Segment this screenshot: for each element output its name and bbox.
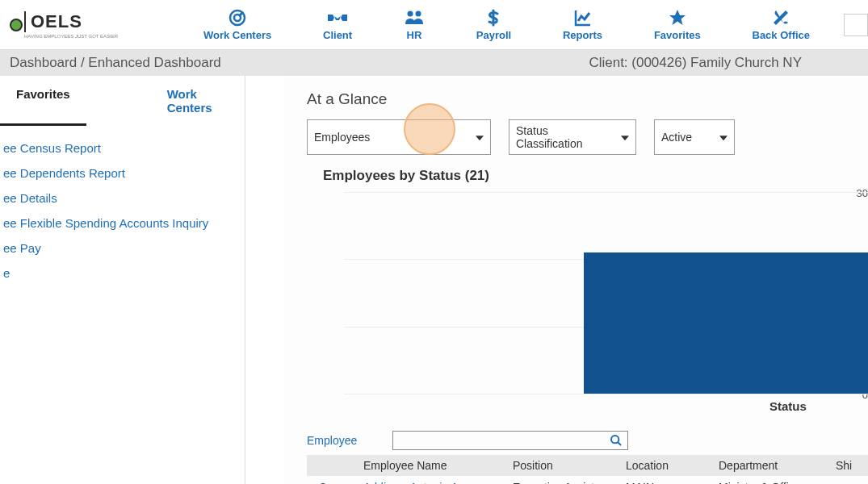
tab-favorites[interactable]: Favorites	[0, 76, 86, 126]
sidebar-link[interactable]: ee Details	[0, 186, 245, 211]
logo-subtitle: HAVING EMPLOYEES JUST GOT EASIER	[24, 34, 118, 39]
breadcrumb-bar: Dashboard / Enhanced Dashboard Client: (…	[0, 50, 868, 76]
chart-icon	[573, 8, 593, 27]
chart-bar[interactable]	[584, 252, 868, 394]
cell-name[interactable]: Addison, Antonia A	[339, 481, 513, 484]
grid-line	[344, 192, 868, 193]
cell-position: Executive Assista…	[513, 481, 626, 484]
nav-back-office[interactable]: Back Office	[753, 8, 811, 41]
nav-favorites[interactable]: Favorites	[654, 8, 701, 41]
nav-label: Reports	[563, 29, 602, 41]
sidebar-link[interactable]: ee Dependents Report	[0, 161, 245, 186]
col-header-name[interactable]: Employee Name	[339, 459, 513, 472]
nav-reports[interactable]: Reports	[563, 8, 602, 41]
target-icon	[228, 8, 247, 27]
sidebar-tabs: Favorites Work Centers	[0, 76, 245, 126]
status-dot-cell	[307, 481, 339, 484]
tools-icon	[771, 8, 790, 27]
star-icon	[668, 8, 687, 27]
client-label: Client: (000426) Family Church NY	[589, 55, 802, 71]
dollar-icon	[484, 8, 503, 27]
search-icon	[610, 434, 623, 447]
sidebar-link[interactable]: ee Census Report	[0, 136, 245, 161]
logo-circle-icon	[10, 19, 23, 31]
nav-label: Client	[323, 29, 352, 41]
col-header-department[interactable]: Department	[719, 459, 836, 472]
col-header-location[interactable]: Location	[626, 459, 719, 472]
sidebar-links: ee Census Report ee Dependents Report ee…	[0, 126, 245, 286]
employee-filter-row: Employee	[307, 431, 868, 450]
svg-point-2	[407, 11, 413, 17]
filter-employees-select[interactable]: Employees	[307, 119, 491, 155]
cell-location: MAIN	[626, 481, 719, 484]
cell-department: Ministry & Office …	[719, 481, 836, 484]
nav-work-centers[interactable]: Work Centers	[203, 8, 271, 41]
svg-point-4	[611, 436, 619, 443]
nav-label: Back Office	[753, 29, 811, 41]
employee-filter-label[interactable]: Employee	[307, 434, 357, 447]
employee-search-input[interactable]	[392, 431, 628, 450]
nav-label: Work Centers	[203, 29, 271, 41]
col-header-position[interactable]: Position	[513, 459, 626, 472]
global-search-input[interactable]	[844, 14, 868, 36]
table-header: Employee Name Position Location Departme…	[307, 455, 868, 476]
table-row[interactable]: Addison, Antonia A Executive Assista… MA…	[307, 476, 868, 484]
nav-items: Work Centers Client HR Payroll Reports F…	[170, 8, 844, 41]
content-title: At a Glance	[307, 90, 868, 108]
top-nav: OELS HAVING EMPLOYEES JUST GOT EASIER Wo…	[0, 0, 868, 50]
handshake-icon	[326, 8, 349, 27]
filter-active-select[interactable]: Active	[654, 119, 735, 155]
highlight-annotation-icon	[404, 103, 455, 155]
nav-label: HR	[407, 29, 422, 41]
nav-label: Favorites	[654, 29, 701, 41]
sidebar-link[interactable]: ee Flexible Spending Accounts Inquiry	[0, 211, 245, 236]
sidebar-link[interactable]: e	[0, 261, 245, 286]
people-icon	[404, 8, 425, 27]
nav-hr[interactable]: HR	[404, 8, 425, 41]
tab-work-centers[interactable]: Work Centers	[151, 76, 245, 126]
sidebar-link[interactable]: ee Pay	[0, 236, 245, 261]
svg-point-3	[415, 11, 421, 17]
nav-client[interactable]: Client	[323, 8, 352, 41]
chart-title: Employees by Status (21)	[323, 168, 868, 184]
grid-line	[344, 394, 868, 394]
logo-text: OELS	[24, 11, 118, 32]
logo: OELS HAVING EMPLOYEES JUST GOT EASIER	[0, 11, 170, 39]
chart-area: 30 20 10 0 Status	[313, 192, 868, 426]
breadcrumb: Dashboard / Enhanced Dashboard	[10, 55, 221, 71]
content-panel: At a Glance Employees Status Classificat…	[284, 76, 868, 484]
x-axis-label: Status	[769, 399, 807, 413]
filter-status-class-select[interactable]: Status Classification	[509, 119, 636, 155]
y-tick: 30	[844, 187, 868, 199]
sidebar: Favorites Work Centers ee Census Report …	[0, 76, 245, 484]
nav-payroll[interactable]: Payroll	[476, 8, 511, 41]
filter-row: Employees Status Classification Active	[307, 119, 868, 155]
nav-label: Payroll	[476, 29, 511, 41]
col-header-shi[interactable]: Shi	[836, 459, 868, 472]
